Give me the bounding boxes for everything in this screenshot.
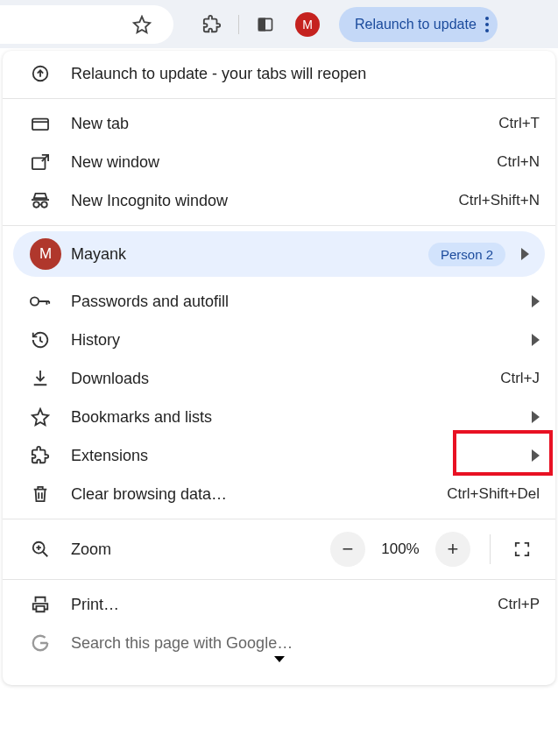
menu-separator [3,579,555,580]
svg-point-6 [41,201,46,207]
zoom-divider [490,534,491,564]
menu-label: New tab [71,115,498,133]
menu-separator [3,519,555,519]
menu-item-extensions[interactable]: Extensions [3,436,555,475]
menu-item-history[interactable]: History [3,321,555,359]
menu-item-clear-data[interactable]: Clear browsing data… Ctrl+Shift+Del [3,475,555,513]
menu-item-downloads[interactable]: Downloads Ctrl+J [3,359,555,398]
menu-overflow-chevron[interactable] [3,662,555,680]
side-panel-icon[interactable] [246,5,285,44]
menu-label: Clear browsing data… [71,485,447,504]
menu-label: New window [71,153,497,172]
browser-toolbar: M Relaunch to update [0,0,558,48]
menu-label: Extensions [71,447,532,465]
menu-shortcut: Ctrl+T [498,115,540,132]
menu-item-new-window[interactable]: New window Ctrl+N [3,143,555,181]
address-bar-end[interactable] [0,5,173,44]
menu-item-profile[interactable]: M Mayank Person 2 [13,231,545,277]
menu-item-bookmarks[interactable]: Bookmarks and lists [3,398,555,436]
download-icon [10,369,71,388]
menu-shortcut: Ctrl+P [498,596,540,613]
zoom-out-button[interactable]: − [330,532,365,567]
avatar-letter: M [30,238,61,270]
chevron-right-icon [532,295,540,307]
menu-label: History [71,331,532,350]
menu-label: Passwords and autofill [71,293,532,311]
history-icon [10,330,71,350]
avatar-letter: M [295,12,320,37]
tab-icon [10,116,71,131]
menu-label: Bookmarks and lists [71,408,532,427]
menu-label: Print… [71,596,498,614]
menu-shortcut: Ctrl+Shift+N [458,192,540,209]
menu-item-relaunch[interactable]: Relaunch to update - your tabs will reop… [3,54,555,93]
bookmark-star-icon[interactable] [123,5,161,44]
menu-label: New Incognito window [71,192,458,210]
profile-avatar-toolbar[interactable]: M [288,5,327,44]
svg-rect-3 [32,119,48,131]
trash-icon [10,484,71,504]
chrome-main-menu: Relaunch to update - your tabs will reop… [3,51,555,685]
menu-shortcut: Ctrl+J [500,370,540,387]
menu-item-print[interactable]: Print… Ctrl+P [3,585,555,624]
menu-separator [3,98,555,99]
zoom-value: 100% [374,541,427,558]
zoom-in-button[interactable]: + [435,532,470,567]
magnifier-icon [10,540,71,559]
update-arrow-icon [10,64,71,83]
fullscreen-button[interactable] [505,532,540,567]
menu-item-new-incognito[interactable]: New Incognito window Ctrl+Shift+N [3,181,555,220]
svg-point-7 [31,297,39,305]
chevron-right-icon [532,449,540,462]
svg-point-5 [33,201,39,207]
menu-label: Downloads [71,370,500,388]
menu-item-passwords[interactable]: Passwords and autofill [3,282,555,321]
relaunch-update-label: Relaunch to update [355,17,477,32]
new-window-icon [10,153,71,171]
menu-separator [3,225,555,226]
menu-shortcut: Ctrl+Shift+Del [447,485,540,503]
incognito-icon [10,192,71,209]
chevron-down-icon [274,656,285,679]
menu-item-zoom: Zoom − 100% + [3,525,555,574]
key-icon [10,294,71,308]
puzzle-icon [10,446,71,465]
svg-rect-1 [259,18,265,30]
chevron-right-icon [521,248,529,260]
profile-name: Mayank [71,245,428,264]
menu-label: Relaunch to update - your tabs will reop… [71,65,540,83]
menu-label: Zoom [71,541,330,559]
printer-icon [10,595,71,614]
profile-badge: Person 2 [428,243,505,266]
chevron-right-icon [532,411,540,423]
profile-avatar-icon: M [20,238,71,270]
chevron-right-icon [532,334,540,346]
menu-shortcut: Ctrl+N [497,153,540,171]
star-icon [10,407,71,427]
extensions-puzzle-icon[interactable] [193,5,231,44]
menu-label: Search this page with Google… [71,634,540,653]
google-g-icon [10,633,71,653]
toolbar-divider [238,15,239,34]
menu-kebab-icon[interactable] [485,17,489,32]
menu-item-new-tab[interactable]: New tab Ctrl+T [3,104,555,143]
relaunch-update-button[interactable]: Relaunch to update [339,7,498,42]
